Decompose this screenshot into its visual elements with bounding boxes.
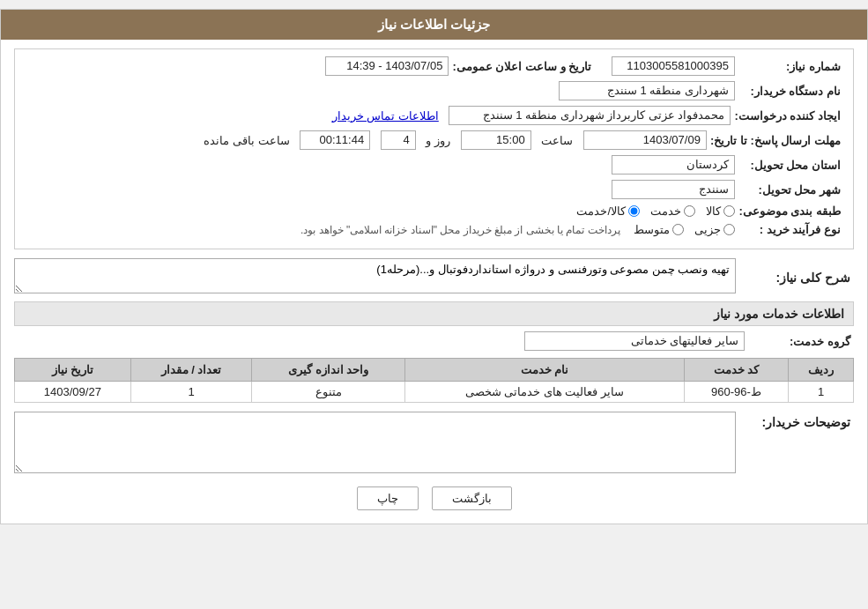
nam-dastgah-value: شهرداری منطقه 1 سنندج	[559, 81, 735, 100]
ostan-value: کردستان	[612, 155, 735, 175]
radio-khadamat-label: خدمت	[650, 204, 681, 218]
sharh-label: شرح کلی نیاز:	[739, 271, 854, 285]
tabaqhe-label: طبقه بندی موضوعی:	[738, 204, 844, 218]
row-shahr: شهر محل تحویل: سنندج	[24, 180, 844, 199]
grohe-label: گروه خدمت:	[748, 335, 854, 348]
services-table: ردیف کد خدمت نام خدمت واحد اندازه گیری ت…	[14, 358, 854, 403]
row-sharh: شرح کلی نیاز: <span data-bind="fields.sh…	[14, 258, 854, 296]
mohlat-roz-value: 4	[381, 130, 416, 150]
mohlat-label: مهلت ارسال پاسخ: تا تاریخ:	[710, 134, 844, 147]
back-button[interactable]: بازگشت	[432, 486, 512, 510]
basic-info-section: شماره نیاز: 1103005581000395 تاریخ و ساع…	[14, 48, 854, 249]
mohlat-saat: 15:00	[461, 130, 531, 150]
main-content: شماره نیاز: 1103005581000395 تاریخ و ساع…	[1, 40, 867, 524]
grohe-value: سایر فعالیتهای خدماتی	[524, 331, 745, 351]
row-mohlat: مهلت ارسال پاسخ: تا تاریخ: 1403/07/09 سا…	[24, 130, 844, 150]
roz-label: روز و	[426, 134, 450, 147]
print-button[interactable]: چاپ	[357, 486, 419, 510]
radio-khadamat: خدمت	[650, 204, 695, 218]
ijad-konande-value: محمدفواد عزتی کاربرداز شهرداری منطقه 1 س…	[449, 106, 731, 125]
col-radif: ردیف	[789, 359, 854, 382]
buttons-row: بازگشت چاپ	[14, 486, 854, 510]
col-tarikh: تاریخ نیاز	[15, 359, 131, 382]
row-nam-dastgah: نام دستگاه خریدار: شهرداری منطقه 1 سنندج	[24, 81, 844, 100]
col-tedad: تعداد / مقدار	[130, 359, 252, 382]
sharh-textarea[interactable]: <span data-bind="fields.sharh_value"></s…	[14, 258, 736, 293]
cell-tedad: 1	[130, 382, 252, 403]
radio-kala-input[interactable]	[723, 205, 735, 217]
shahr-value: سنندج	[612, 180, 735, 199]
tozihat-container	[14, 412, 736, 476]
farayand-radio-group: جزیی متوسط	[634, 223, 735, 236]
shomare-niaz-label: شماره نیاز:	[738, 60, 844, 73]
col-kod: کد خدمت	[684, 359, 788, 382]
radio-jezyi-label: جزیی	[694, 223, 721, 236]
ostan-label: استان محل تحویل:	[738, 159, 844, 172]
radio-mottavaset-label: متوسط	[634, 223, 670, 236]
radio-jezyi: جزیی	[694, 223, 735, 236]
farayand-note: پرداخت تمام یا بخشی از مبلغ خریداز محل "…	[300, 224, 620, 236]
row-ostan: استان محل تحویل: کردستان	[24, 155, 844, 175]
table-row: 1ط-96-960سایر فعالیت های خدماتی شخصیمتنو…	[15, 382, 854, 403]
saat-label: ساعت	[541, 134, 573, 147]
cell-tarikh: 1403/09/27	[15, 382, 131, 403]
shahr-label: شهر محل تحویل:	[738, 183, 844, 197]
table-header-row: ردیف کد خدمت نام خدمت واحد اندازه گیری ت…	[15, 359, 854, 382]
cell-radif: 1	[789, 382, 854, 403]
header-title: جزئیات اطلاعات نیاز	[378, 17, 490, 32]
col-vahed: واحد اندازه گیری	[252, 359, 405, 382]
radio-kala-khadamat-label: کالا/خدمت	[576, 204, 626, 218]
col-nam: نام خدمت	[405, 359, 685, 382]
row-tozihat: توضیحات خریدار:	[14, 412, 854, 476]
row-noe-farayand: نوع فرآیند خرید : جزیی متوسط پرداخت تمام…	[24, 223, 844, 236]
radio-mottavaset: متوسط	[634, 223, 684, 236]
tabaqhe-radio-group: کالا خدمت کالا/خدمت	[576, 204, 735, 218]
tarikh-value: 1403/07/05 - 14:39	[325, 56, 449, 76]
radio-kala-label: کالا	[706, 204, 721, 218]
tarikh-label: تاریخ و ساعت اعلان عمومی:	[452, 60, 595, 73]
radio-jezyi-input[interactable]	[723, 224, 735, 235]
table-body: 1ط-96-960سایر فعالیت های خدماتی شخصیمتنو…	[15, 382, 854, 403]
sharh-container: <span data-bind="fields.sharh_value"></s…	[14, 258, 736, 296]
services-table-section: ردیف کد خدمت نام خدمت واحد اندازه گیری ت…	[14, 358, 854, 403]
mohlat-date: 1403/07/09	[583, 130, 707, 150]
cell-vahed: متنوع	[252, 382, 405, 403]
row-shomare-tarikh: شماره نیاز: 1103005581000395 تاریخ و ساع…	[24, 56, 844, 76]
baqi-label: ساعت باقی مانده	[204, 134, 289, 147]
shomare-niaz-value: 1103005581000395	[612, 56, 735, 76]
row-ijad-konande: ایجاد کننده درخواست: محمدفواد عزتی کاربر…	[24, 106, 844, 125]
cell-namKhadamat: سایر فعالیت های خدماتی شخصی	[405, 382, 685, 403]
radio-kala-khadamat: کالا/خدمت	[576, 204, 640, 218]
khadamat-section-title: اطلاعات خدمات مورد نیاز	[14, 301, 854, 326]
ijad-konande-label: ایجاد کننده درخواست:	[734, 109, 844, 123]
nam-dastgah-label: نام دستگاه خریدار:	[738, 85, 844, 98]
radio-khadamat-input[interactable]	[684, 205, 695, 217]
page-header: جزئیات اطلاعات نیاز	[1, 10, 867, 40]
noe-farayand-label: نوع فرآیند خرید :	[738, 223, 844, 236]
tozihat-label: توضیحات خریدار:	[739, 412, 854, 429]
radio-kala-khadamat-input[interactable]	[628, 205, 640, 217]
cell-kodKhadamat: ط-96-960	[684, 382, 788, 403]
row-grohe: گروه خدمت: سایر فعالیتهای خدماتی	[14, 331, 854, 351]
radio-kala: کالا	[706, 204, 735, 218]
mohlat-baqi-value: 00:11:44	[300, 130, 370, 150]
page-wrapper: جزئیات اطلاعات نیاز شماره نیاز: 11030055…	[0, 9, 868, 524]
row-tabaqhe: طبقه بندی موضوعی: کالا خدمت کالا/خدمت	[24, 204, 844, 218]
radio-mottavaset-input[interactable]	[672, 224, 684, 235]
tozihat-textarea[interactable]	[14, 412, 736, 473]
ettelaat-tamas-link[interactable]: اطلاعات تماس خریدار	[332, 109, 439, 123]
